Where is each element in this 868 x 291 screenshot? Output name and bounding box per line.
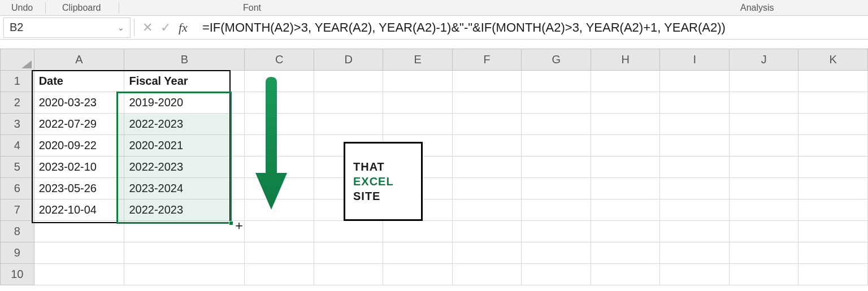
row-header-3[interactable]: 3 bbox=[1, 114, 34, 135]
logo-line-1: THAT bbox=[353, 159, 394, 174]
logo-line-2: EXCEL bbox=[353, 174, 394, 189]
cell-F2[interactable] bbox=[452, 92, 522, 114]
cell-A6[interactable]: 2023-05-26 bbox=[34, 178, 124, 199]
enter-icon[interactable]: ✓ bbox=[160, 20, 171, 35]
col-header-I[interactable]: I bbox=[660, 49, 730, 71]
row-header-1[interactable]: 1 bbox=[1, 71, 34, 92]
ribbon-group-font[interactable]: Font bbox=[243, 3, 261, 13]
insert-function-icon[interactable]: fx bbox=[179, 20, 188, 35]
col-header-K[interactable]: K bbox=[798, 49, 868, 71]
name-box-value: B2 bbox=[10, 21, 23, 34]
cell-D1[interactable] bbox=[314, 71, 383, 92]
cell-K1[interactable] bbox=[798, 71, 868, 92]
row-header-4[interactable]: 4 bbox=[1, 135, 34, 157]
name-box[interactable]: B2 ⌄ bbox=[3, 18, 131, 38]
row-header-2[interactable]: 2 bbox=[1, 92, 34, 114]
col-header-E[interactable]: E bbox=[383, 49, 453, 71]
row-header-9[interactable]: 9 bbox=[1, 242, 34, 264]
cell-H1[interactable] bbox=[591, 71, 660, 92]
row-header-5[interactable]: 5 bbox=[1, 157, 34, 178]
row-header-6[interactable]: 6 bbox=[1, 178, 34, 199]
cell-E2[interactable] bbox=[383, 92, 453, 114]
cell-D2[interactable] bbox=[314, 92, 383, 114]
cell-A1[interactable]: Date bbox=[34, 71, 124, 92]
cell-B1[interactable]: Fiscal Year bbox=[124, 71, 245, 92]
col-header-A[interactable]: A bbox=[34, 49, 124, 71]
col-header-C[interactable]: C bbox=[245, 49, 314, 71]
cell-H2[interactable] bbox=[591, 92, 660, 114]
logo-line-3: SITE bbox=[353, 189, 394, 203]
cell-G1[interactable] bbox=[522, 71, 591, 92]
ribbon-group-undo[interactable]: Undo bbox=[11, 3, 33, 13]
cell-K2[interactable] bbox=[798, 92, 868, 114]
cell-I1[interactable] bbox=[660, 71, 730, 92]
formula-bar: B2 ⌄ ✕ ✓ fx =IF(MONTH(A2)>3, YEAR(A2), Y… bbox=[0, 16, 868, 40]
cell-G2[interactable] bbox=[522, 92, 591, 114]
cell-J2[interactable] bbox=[729, 92, 798, 114]
cell-B2[interactable]: 2019-2020 bbox=[124, 92, 245, 114]
arrow-down-icon bbox=[254, 77, 288, 212]
cell-A2[interactable]: 2020-03-23 bbox=[34, 92, 124, 114]
cancel-icon[interactable]: ✕ bbox=[142, 20, 153, 35]
col-header-F[interactable]: F bbox=[452, 49, 522, 71]
col-header-B[interactable]: B bbox=[124, 49, 245, 71]
cell-F1[interactable] bbox=[452, 71, 522, 92]
col-header-J[interactable]: J bbox=[729, 49, 798, 71]
col-header-H[interactable]: H bbox=[591, 49, 660, 71]
ribbon-group-row: Undo Clipboard Font Analysis bbox=[0, 0, 868, 16]
cell-A3[interactable]: 2022-07-29 bbox=[34, 114, 124, 135]
cell-A5[interactable]: 2023-02-10 bbox=[34, 157, 124, 178]
cell-B5[interactable]: 2022-2023 bbox=[124, 157, 245, 178]
select-all-triangle[interactable] bbox=[1, 49, 34, 71]
formula-input[interactable]: =IF(MONTH(A2)>3, YEAR(A2), YEAR(A2)-1)&"… bbox=[188, 20, 726, 35]
ribbon-group-clipboard[interactable]: Clipboard bbox=[62, 3, 101, 13]
cell-A7[interactable]: 2022-10-04 bbox=[34, 199, 124, 221]
ribbon-group-analysis[interactable]: Analysis bbox=[740, 3, 774, 13]
row-header-10[interactable]: 10 bbox=[1, 264, 34, 285]
row-header-7[interactable]: 7 bbox=[1, 199, 34, 221]
logo-box: THAT EXCEL SITE bbox=[344, 142, 423, 221]
cell-J1[interactable] bbox=[729, 71, 798, 92]
cell-I2[interactable] bbox=[660, 92, 730, 114]
worksheet-grid[interactable]: A B C D E F G H I J K 1 Date Fiscal Year bbox=[0, 49, 868, 285]
name-box-dropdown-icon[interactable]: ⌄ bbox=[118, 23, 124, 32]
cell-B4[interactable]: 2020-2021 bbox=[124, 135, 245, 157]
col-header-G[interactable]: G bbox=[522, 49, 591, 71]
row-header-8[interactable]: 8 bbox=[1, 221, 34, 242]
cell-E1[interactable] bbox=[383, 71, 453, 92]
cell-A4[interactable]: 2020-09-22 bbox=[34, 135, 124, 157]
cell-B6[interactable]: 2023-2024 bbox=[124, 178, 245, 199]
cell-B7[interactable]: 2022-2023 bbox=[124, 199, 245, 221]
cell-B3[interactable]: 2022-2023 bbox=[124, 114, 245, 135]
col-header-D[interactable]: D bbox=[314, 49, 383, 71]
